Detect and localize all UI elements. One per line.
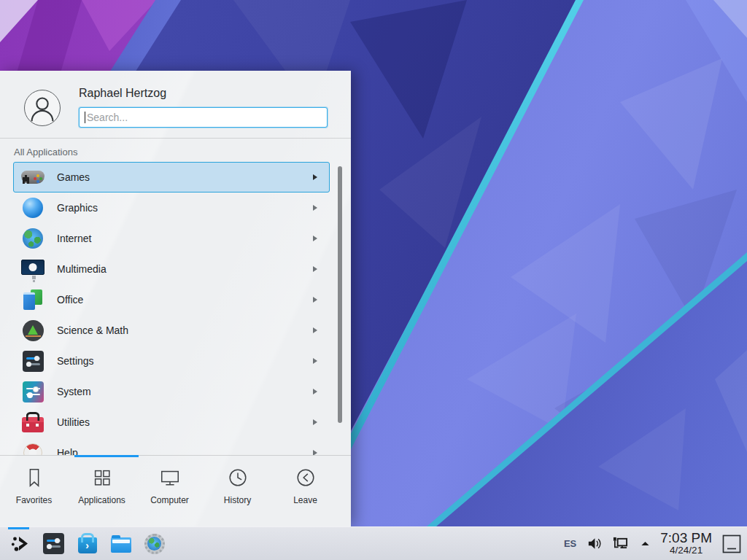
network-wired-icon[interactable] [612, 536, 629, 551]
desktop: { "kickoff": { "user_name": "Raphael Her… [0, 0, 747, 560]
footer-tabs: Favorites Applications Computer History … [0, 467, 351, 505]
taskbar-launchers: › [9, 533, 165, 554]
system-tray: ES [564, 536, 651, 551]
category-list: Games Graphics Internet Multimedia Offic… [0, 162, 351, 455]
category-science-math[interactable]: Science & Math [13, 315, 330, 346]
games-gamepad-icon [21, 166, 44, 189]
digital-clock[interactable]: 7:03 PM 4/24/21 [660, 531, 712, 556]
globe-gear-icon [144, 534, 165, 554]
kickoff-footer: Favorites Applications Computer History … [0, 455, 351, 526]
kickoff-logo-icon [9, 533, 31, 554]
office-documents-icon [21, 288, 44, 311]
category-multimedia[interactable]: Multimedia [13, 254, 330, 284]
tab-applications[interactable]: Applications [68, 467, 136, 505]
category-office[interactable]: Office [13, 284, 330, 315]
user-name: Raphael Hertzog [79, 87, 166, 100]
internet-globe-icon [21, 227, 44, 250]
tab-favorites[interactable]: Favorites [0, 467, 68, 505]
category-graphics[interactable]: Graphics [13, 192, 330, 223]
category-label: Internet [57, 233, 91, 244]
category-label: Science & Math [57, 324, 128, 336]
submenu-arrow-icon [313, 327, 317, 333]
category-label: Games [57, 171, 90, 183]
submenu-arrow-icon [313, 419, 317, 425]
active-task-indicator [8, 527, 29, 529]
taskbar: › ES 7:03 PM 4/24/21 [0, 526, 747, 560]
science-flask-icon [21, 319, 44, 342]
file-manager-button[interactable] [110, 533, 131, 554]
category-games[interactable]: Games [13, 162, 330, 192]
kickoff-header: Raphael Hertzog [0, 71, 351, 139]
submenu-arrow-icon [313, 297, 317, 303]
leave-back-circle-icon [295, 467, 317, 489]
show-desktop-button[interactable] [722, 534, 741, 553]
category-internet[interactable]: Internet [13, 223, 330, 254]
clock-icon [227, 467, 249, 489]
bookmark-icon [23, 467, 45, 489]
graphics-sphere-icon [21, 196, 44, 219]
submenu-arrow-icon [313, 389, 317, 394]
active-tab-indicator [74, 455, 139, 457]
computer-monitor-icon [159, 467, 181, 489]
folder-icon [111, 537, 131, 553]
settings-sliders-icon [21, 349, 44, 373]
category-label: Utilities [57, 416, 90, 428]
submenu-arrow-icon [313, 236, 317, 241]
tab-leave[interactable]: Leave [271, 467, 339, 505]
category-label: Office [57, 294, 83, 306]
volume-icon[interactable] [587, 536, 602, 551]
expand-tray-arrow-icon[interactable] [639, 537, 651, 550]
submenu-arrow-icon [313, 266, 317, 272]
category-system[interactable]: System [13, 376, 330, 407]
help-lifebuoy-icon [21, 441, 44, 455]
tab-history[interactable]: History [204, 467, 271, 505]
web-browser-button[interactable] [144, 533, 165, 554]
submenu-arrow-icon [313, 450, 317, 455]
kickoff-menu: Raphael Hertzog All Applications Games G… [0, 71, 351, 526]
application-launcher-button[interactable] [9, 533, 31, 554]
category-settings[interactable]: Settings [13, 346, 330, 376]
submenu-arrow-icon [313, 358, 317, 364]
submenu-arrow-icon [313, 174, 317, 180]
submenu-arrow-icon [313, 205, 317, 211]
utilities-toolbox-icon [21, 411, 44, 434]
category-utilities[interactable]: Utilities [13, 407, 330, 438]
search-input[interactable] [79, 107, 328, 128]
discover-bag-icon: › [78, 537, 97, 553]
tab-computer[interactable]: Computer [136, 467, 204, 505]
system-settings-button[interactable] [43, 533, 64, 554]
multimedia-monitor-icon [21, 257, 44, 281]
category-label: Help [57, 447, 78, 455]
app-grid-icon [91, 467, 113, 489]
category-label: System [57, 386, 91, 397]
keyboard-layout-indicator[interactable]: ES [564, 538, 576, 549]
system-sliders-icon [21, 380, 44, 403]
category-label: Graphics [57, 202, 98, 214]
category-help[interactable]: Help [13, 438, 330, 455]
settings-sliders-icon [43, 533, 64, 554]
category-label: Settings [57, 355, 94, 367]
section-label: All Applications [14, 147, 77, 158]
discover-software-center-button[interactable]: › [77, 533, 98, 554]
user-avatar[interactable] [24, 90, 61, 126]
clock-date: 4/24/21 [660, 545, 712, 556]
category-label: Multimedia [57, 263, 107, 275]
scrollbar-thumb[interactable] [338, 166, 342, 423]
text-caret [85, 112, 85, 123]
clock-time: 7:03 PM [660, 531, 712, 545]
